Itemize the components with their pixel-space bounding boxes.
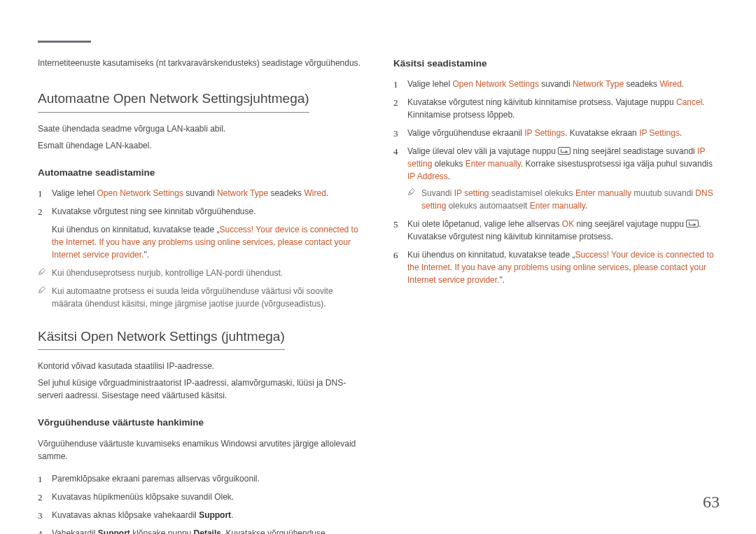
step-number: 1 [38,187,43,201]
auto-section: Automaatne Open Network Settingsjuhtmega… [38,89,364,310]
manual-step-6: 6 Kui ühendus on kinnitatud, kuvatakse t… [393,248,720,286]
step-number: 4 [393,145,398,159]
step-number: 1 [393,78,398,92]
pencil-icon [407,188,416,196]
values-step-4: 4Vahekaardil Support klõpsake nuppu Deta… [38,527,364,535]
manual-setup-heading: Käsitsi seadistamine [393,57,720,71]
values-step-2: 2Kuvatavas hüpikmenüüs klõpsake suvandil… [38,491,364,503]
manual-step-3: 3 Valige võrguühenduse ekraanil IP Setti… [393,127,720,139]
values-steps: 1Paremklõpsake ekraani paremas allservas… [38,472,364,535]
manual-step-5: 5 Kui olete lõpetanud, valige lehe allse… [393,218,720,243]
content-columns: Internetiteenuste kasutamiseks (nt tarkv… [38,57,720,534]
manual-p2: Sel juhul küsige võrguadministraatorist … [38,377,364,402]
page-number: 63 [703,489,720,514]
step-number: 2 [393,96,398,110]
step-number: 3 [38,509,43,523]
auto-step-2: 2 Kuvatakse võrgutest ning see kinnitab … [38,205,364,218]
manual-step-4: 4 Valige üleval olev väli ja vajutage nu… [393,145,720,212]
values-sub-heading: Võrguühenduse väärtuste hankimine [38,416,364,430]
intro-text: Internetiteenuste kasutamiseks (nt tarkv… [38,57,364,69]
manual-p1: Kontorid võivad kasutada staatilisi IP-a… [38,360,364,372]
step-number: 1 [38,472,43,486]
step-number: 6 [393,248,398,262]
pencil-icon [38,286,46,294]
auto-note-2: Kui automaatne protsess ei suuda leida v… [38,285,364,310]
values-intro: Võrguühenduse väärtuste kuvamiseks enami… [38,437,364,463]
step-number: 5 [393,218,398,232]
manual-step-2: 2 Kuvatakse võrgutest ning käivitub kinn… [393,96,720,121]
manual-step-1: 1 Valige lehel Open Network Settings suv… [393,78,720,90]
auto-heading: Automaatne Open Network Settingsjuhtmega… [38,89,309,113]
auto-step-1: 1 Valige lehel Open Network Settings suv… [38,187,364,199]
pencil-icon [38,267,46,276]
manual-heading: Käsitsi Open Network Settings (juhtmega) [38,327,285,351]
auto-step-2-followup: Kui ühendus on kinnitatud, kuvatakse tea… [38,223,364,261]
auto-p2: Esmalt ühendage LAN-kaabel. [38,139,364,152]
auto-note-1: Kui ühenduseprotsess nurjub, kontrollige… [38,267,364,279]
values-step-3: 3Kuvatavas aknas klõpsake vahekaardil Su… [38,509,364,521]
auto-sub-heading: Automaatne seadistamine [38,166,364,180]
step-number: 3 [393,127,398,141]
values-step-1: 1Paremklõpsake ekraani paremas allservas… [38,472,364,485]
step-number: 4 [38,527,43,535]
manual-section: Käsitsi Open Network Settings (juhtmega)… [38,327,364,534]
step-number: 2 [38,205,43,219]
step-number: 2 [38,491,43,505]
enter-icon [558,147,570,155]
auto-steps: 1 Valige lehel Open Network Settings suv… [38,187,364,218]
left-column: Internetiteenuste kasutamiseks (nt tarkv… [38,57,364,534]
enter-icon [686,220,699,227]
right-column: Käsitsi seadistamine 1 Valige lehel Open… [393,57,720,534]
auto-p1: Saate ühendada seadme võrguga LAN-kaabli… [38,122,364,135]
manual-step-4-note: Suvandi IP setting seadistamisel olekuks… [407,187,720,212]
header-divider [38,41,91,43]
manual-setup-steps: 1 Valige lehel Open Network Settings suv… [393,78,720,286]
